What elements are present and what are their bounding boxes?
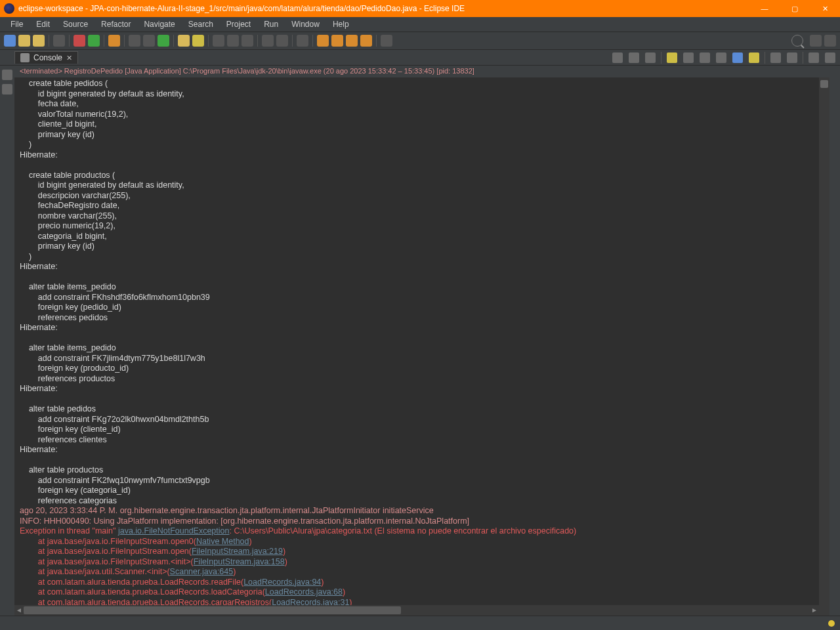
maximize-button[interactable]: ▢ [780, 0, 810, 17]
terminated-line: <terminated> RegistroDePedido [Java Appl… [14, 66, 830, 77]
new-java-project-icon[interactable] [129, 35, 140, 47]
console-tab[interactable]: Console ✕ [14, 51, 78, 64]
separator [803, 52, 803, 64]
separator [765, 52, 765, 64]
display-selected-icon[interactable] [732, 52, 743, 63]
search-icon[interactable] [192, 35, 204, 47]
pin-console-icon[interactable] [716, 52, 726, 63]
minimize-view-icon[interactable] [808, 52, 819, 63]
console-icon [20, 53, 30, 62]
console-output[interactable]: create table pedidos ( id bigint generat… [14, 77, 819, 605]
horizontal-scrollbar[interactable]: ◄ ► [14, 605, 830, 616]
perspective-open-icon[interactable] [824, 35, 836, 47]
title-bar: eclipse-workspace - JPA-con-hibernate-Al… [0, 0, 840, 17]
back-icon[interactable] [317, 35, 329, 47]
console-toolbar [610, 52, 840, 64]
console-tab-label: Console [33, 53, 62, 62]
main-toolbar [0, 32, 840, 50]
quick-access-icon[interactable] [791, 35, 803, 47]
separator [124, 35, 125, 47]
new-package-icon[interactable] [143, 35, 155, 47]
toggle-block-icon[interactable] [227, 35, 239, 47]
debug-icon[interactable] [74, 35, 85, 47]
terminate-icon[interactable] [612, 52, 623, 63]
close-button[interactable]: ✕ [810, 0, 840, 17]
forward-icon[interactable] [331, 35, 343, 47]
menu-edit[interactable]: Edit [30, 18, 56, 30]
menu-window[interactable]: Window [285, 18, 326, 30]
perspective-java-icon[interactable] [810, 35, 822, 47]
separator [208, 35, 209, 47]
menu-help[interactable]: Help [326, 18, 356, 30]
forward-history-icon[interactable] [360, 35, 372, 47]
separator [312, 35, 313, 47]
separator [69, 35, 70, 47]
view-tab-bar: Console ✕ [0, 50, 840, 66]
menu-search[interactable]: Search [182, 18, 220, 30]
scroll-right-icon[interactable]: ► [810, 606, 819, 615]
separator [104, 35, 104, 47]
menu-source[interactable]: Source [56, 18, 94, 30]
maximize-view-icon[interactable] [825, 52, 835, 63]
tip-icon[interactable] [828, 620, 835, 627]
window-title: eclipse-workspace - JPA-con-hibernate-Al… [18, 4, 749, 13]
menu-project[interactable]: Project [220, 18, 257, 30]
annotation-next-icon[interactable] [276, 35, 288, 47]
vertical-scrollbar[interactable] [819, 77, 830, 605]
remove-all-icon[interactable] [645, 52, 656, 63]
run-icon[interactable] [88, 35, 100, 47]
show-whitespace-icon[interactable] [242, 35, 253, 47]
remove-launch-icon[interactable] [629, 52, 639, 63]
eclipse-icon [4, 3, 14, 14]
save-all-icon[interactable] [33, 35, 45, 47]
minimize-button[interactable]: — [749, 0, 780, 17]
separator [661, 52, 662, 64]
save-icon[interactable] [18, 35, 30, 47]
right-trim [830, 66, 840, 616]
toggle-mark-icon[interactable] [213, 35, 224, 47]
separator [257, 35, 258, 47]
back-history-icon[interactable] [346, 35, 358, 47]
close-icon[interactable]: ✕ [66, 54, 72, 62]
last-edit-icon[interactable] [297, 35, 308, 47]
trim-stack [0, 66, 14, 616]
new-class-icon[interactable] [158, 35, 169, 47]
menu-file[interactable]: File [4, 18, 30, 30]
scroll-left-icon[interactable]: ◄ [14, 606, 24, 615]
coverage-icon[interactable] [108, 35, 120, 47]
status-bar [0, 616, 840, 630]
annotation-prev-icon[interactable] [262, 35, 274, 47]
separator [173, 35, 174, 47]
new-icon[interactable] [4, 35, 16, 47]
package-explorer-icon[interactable] [2, 84, 12, 94]
open-console-icon[interactable] [749, 52, 759, 63]
clear-console-icon[interactable] [667, 52, 677, 63]
scroll-lock-icon[interactable] [683, 52, 694, 63]
toggle-breadcrumb-icon[interactable] [53, 35, 65, 47]
restore-icon[interactable] [2, 70, 12, 80]
separator [49, 35, 49, 47]
menu-bar: File Edit Source Refactor Navigate Searc… [0, 17, 840, 32]
separator [292, 35, 293, 47]
show-console-stderr-icon[interactable] [787, 52, 797, 63]
menu-refactor[interactable]: Refactor [94, 18, 137, 30]
open-type-icon[interactable] [178, 35, 190, 47]
word-wrap-icon[interactable] [700, 52, 710, 63]
menu-run[interactable]: Run [257, 18, 285, 30]
show-console-stdout-icon[interactable] [770, 52, 781, 63]
pin-editor-icon[interactable] [381, 35, 392, 47]
separator [376, 35, 377, 47]
menu-navigate[interactable]: Navigate [137, 18, 181, 30]
